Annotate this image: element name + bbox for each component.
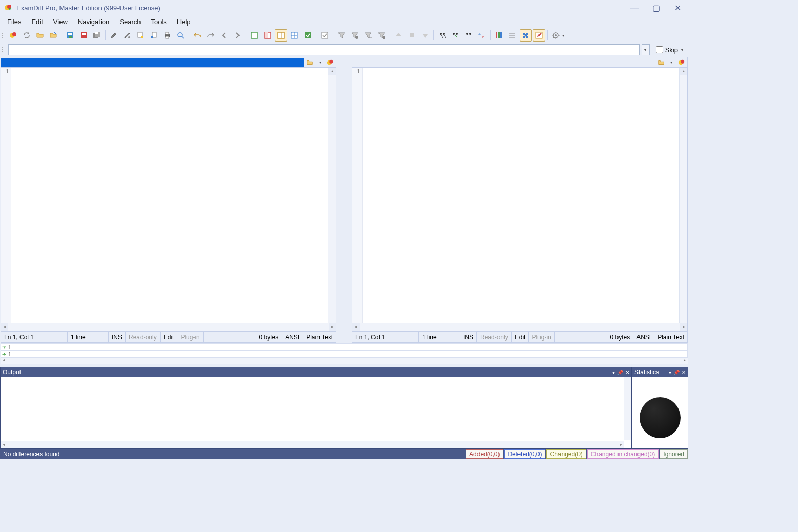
maximize-button[interactable]: ▢ bbox=[651, 3, 661, 12]
forward-button[interactable] bbox=[231, 29, 244, 42]
menu-navigation[interactable]: Navigation bbox=[73, 16, 114, 27]
right-status-encoding[interactable]: ANSI bbox=[633, 332, 654, 342]
address-input[interactable] bbox=[8, 44, 640, 55]
filter4-button[interactable] bbox=[375, 29, 388, 42]
right-pane-title[interactable] bbox=[352, 58, 655, 67]
output-close-icon[interactable]: ✕ bbox=[625, 370, 629, 375]
left-status-type[interactable]: Plain Text bbox=[303, 332, 336, 342]
output-hscroll[interactable]: ◂▸ bbox=[1, 441, 624, 448]
mini-row-2[interactable]: ➔1 bbox=[1, 351, 688, 358]
view-linked-button[interactable] bbox=[302, 29, 314, 42]
copy-right-button[interactable] bbox=[148, 29, 160, 42]
save-all-button[interactable] bbox=[91, 29, 103, 42]
stats-dropdown-icon[interactable]: ▾ bbox=[669, 370, 671, 375]
menu-help[interactable]: Help bbox=[172, 16, 196, 27]
right-status-type[interactable]: Plain Text bbox=[654, 332, 687, 342]
left-pane-title[interactable] bbox=[1, 58, 304, 67]
edit-left-button[interactable] bbox=[108, 29, 120, 42]
skip-checkbox[interactable]: Skip bbox=[656, 46, 678, 54]
left-status-encoding[interactable]: ANSI bbox=[282, 332, 303, 342]
status-ignored-chip[interactable]: Ignored bbox=[660, 449, 688, 459]
undo-button[interactable] bbox=[191, 29, 204, 42]
left-hscroll[interactable]: ◂▸ bbox=[1, 323, 336, 331]
copy-left-button[interactable] bbox=[134, 29, 147, 42]
menu-search[interactable]: Search bbox=[114, 16, 146, 27]
address-dropdown[interactable]: ▾ bbox=[642, 44, 650, 55]
right-status-edit[interactable]: Edit bbox=[512, 332, 529, 342]
center-strip[interactable] bbox=[337, 56, 351, 343]
left-status-ins[interactable]: INS bbox=[109, 332, 126, 342]
menu-files[interactable]: Files bbox=[2, 16, 26, 27]
puzzle-button[interactable] bbox=[520, 29, 532, 42]
replace-button[interactable]: AB bbox=[476, 29, 488, 42]
redo-button[interactable] bbox=[205, 29, 217, 42]
status-deleted-chip[interactable]: Deleted(0,0) bbox=[504, 449, 545, 459]
right-status-ins[interactable]: INS bbox=[460, 332, 477, 342]
edit-right-button[interactable] bbox=[121, 29, 133, 42]
next-diff-button[interactable] bbox=[419, 29, 431, 42]
filter3-button[interactable] bbox=[362, 29, 374, 42]
status-changed-chip[interactable]: Changed(0) bbox=[546, 449, 586, 459]
output-panel-titlebar[interactable]: Output ▾ 📌 ✕ bbox=[1, 367, 631, 377]
current-diff-button[interactable] bbox=[406, 29, 418, 42]
find-button[interactable] bbox=[436, 29, 448, 42]
status-added-chip[interactable]: Added(0,0) bbox=[466, 449, 503, 459]
output-panel-body[interactable]: ◂▸ bbox=[1, 377, 631, 448]
view-left-button[interactable] bbox=[262, 29, 274, 42]
right-dropdown-icon[interactable]: ▾ bbox=[667, 58, 676, 67]
output-vscroll[interactable] bbox=[624, 377, 631, 440]
checkbox-button[interactable] bbox=[318, 29, 331, 42]
open-left-button[interactable] bbox=[34, 29, 46, 42]
save-button[interactable] bbox=[64, 29, 76, 42]
right-text-area[interactable] bbox=[363, 68, 679, 323]
view-split-button[interactable] bbox=[275, 29, 287, 42]
refresh-button[interactable] bbox=[21, 29, 33, 42]
right-hscroll[interactable]: ◂▸ bbox=[352, 323, 687, 331]
view-grid-button[interactable] bbox=[288, 29, 301, 42]
stats-pin-icon[interactable]: 📌 bbox=[673, 370, 680, 375]
mini-hscroll[interactable]: ◂▸ bbox=[1, 358, 688, 364]
zoom-button[interactable] bbox=[174, 29, 187, 42]
print-button[interactable] bbox=[161, 29, 173, 42]
menu-edit[interactable]: Edit bbox=[26, 16, 48, 27]
menu-view[interactable]: View bbox=[48, 16, 73, 27]
prev-diff-button[interactable] bbox=[392, 29, 405, 42]
edit-mode-button[interactable] bbox=[533, 29, 545, 42]
view-single-button[interactable] bbox=[248, 29, 261, 42]
options-button[interactable] bbox=[550, 29, 562, 42]
minimize-button[interactable]: — bbox=[630, 3, 639, 12]
address-grip[interactable] bbox=[2, 44, 5, 55]
skip-checkbox-input[interactable] bbox=[656, 46, 663, 53]
find-next-button[interactable] bbox=[449, 29, 462, 42]
skip-dropdown[interactable]: ▾ bbox=[681, 48, 686, 52]
stats-close-icon[interactable]: ✕ bbox=[682, 370, 686, 375]
open-right-button[interactable] bbox=[47, 29, 59, 42]
left-text-area[interactable] bbox=[11, 68, 328, 323]
toolbar-grip[interactable] bbox=[2, 30, 5, 41]
lines-button[interactable] bbox=[506, 29, 518, 42]
right-open-folder-icon[interactable] bbox=[656, 58, 666, 67]
left-open-folder-icon[interactable] bbox=[305, 58, 314, 67]
menu-tools[interactable]: Tools bbox=[146, 16, 171, 27]
diff-bars-button[interactable] bbox=[493, 29, 505, 42]
left-status-plugin[interactable]: Plug-in bbox=[177, 332, 203, 342]
right-status-readonly[interactable]: Read-only bbox=[477, 332, 512, 342]
output-pin-icon[interactable]: 📌 bbox=[617, 370, 623, 375]
left-vscroll[interactable]: ▴ bbox=[328, 68, 336, 323]
close-button[interactable]: ✕ bbox=[673, 3, 682, 12]
find-prev-button[interactable] bbox=[463, 29, 475, 42]
left-status-edit[interactable]: Edit bbox=[161, 332, 178, 342]
right-vscroll[interactable]: ▴ bbox=[679, 68, 687, 323]
status-changed-in-changed-chip[interactable]: Changed in changed(0) bbox=[587, 449, 659, 459]
save-as-button[interactable] bbox=[77, 29, 90, 42]
left-status-readonly[interactable]: Read-only bbox=[126, 332, 161, 342]
left-app-icon[interactable] bbox=[326, 58, 335, 67]
filter1-button[interactable] bbox=[335, 29, 348, 42]
left-dropdown-icon[interactable]: ▾ bbox=[315, 58, 325, 67]
output-dropdown-icon[interactable]: ▾ bbox=[612, 370, 615, 375]
new-compare-button[interactable] bbox=[7, 29, 19, 42]
back-button[interactable] bbox=[218, 29, 230, 42]
statistics-panel-titlebar[interactable]: Statistics ▾ 📌 ✕ bbox=[632, 367, 688, 377]
filter2-button[interactable] bbox=[349, 29, 361, 42]
mini-row-1[interactable]: ➔1 bbox=[1, 343, 688, 351]
